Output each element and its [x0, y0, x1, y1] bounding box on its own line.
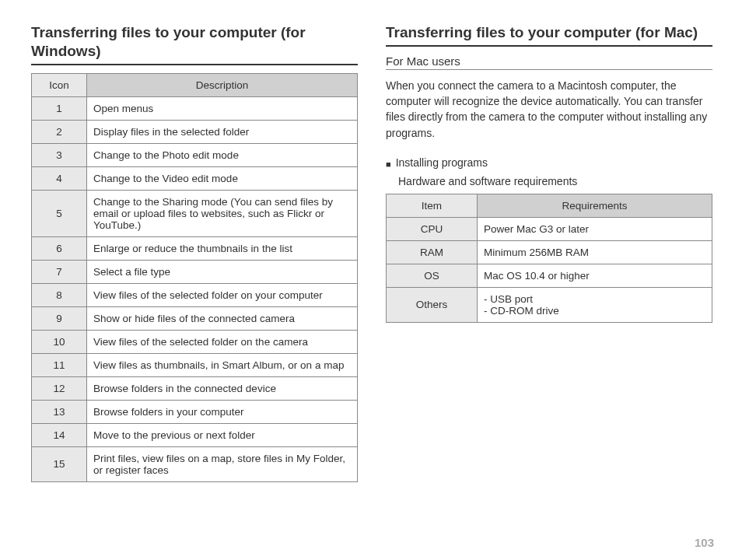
square-bullet-icon: ■	[386, 156, 391, 172]
column-mac: Transferring files to your computer (for…	[386, 23, 712, 482]
req-item: Others	[387, 287, 478, 322]
row-description: Open menus	[87, 96, 358, 120]
row-description: Browse folders in the connected device	[87, 376, 358, 400]
icon-table: Icon Description 1Open menus2Display fil…	[31, 73, 358, 482]
table-row: 10View files of the selected folder on t…	[32, 330, 358, 353]
table-row: 7Select a file type	[32, 260, 358, 283]
table-row: RAMMinimum 256MB RAM	[387, 240, 712, 264]
rule	[31, 64, 358, 65]
row-number: 7	[32, 260, 87, 283]
row-number: 8	[32, 283, 87, 306]
row-description: Move to the previous or next folder	[87, 423, 358, 446]
row-number: 1	[32, 96, 87, 120]
row-number: 14	[32, 423, 87, 446]
subheading-mac-users: For Mac users	[386, 54, 712, 70]
row-description: Show or hide files of the connected came…	[87, 306, 358, 330]
column-windows: Transferring files to your computer (for…	[31, 23, 358, 482]
row-description: Change to the Video edit mode	[87, 166, 358, 190]
req-item: CPU	[387, 217, 478, 240]
table-row: 11View files as thumbnails, in Smart Alb…	[32, 353, 358, 376]
heading-mac: Transferring files to your computer (for…	[386, 23, 712, 42]
table-row: CPUPower Mac G3 or later	[387, 217, 712, 240]
manual-page: Transferring files to your computer (for…	[0, 0, 742, 560]
row-description: Display files in the selected folder	[87, 120, 358, 143]
mac-body-text: When you connect the camera to a Macinto…	[386, 78, 712, 141]
th-requirements: Requirements	[478, 194, 712, 217]
install-subheading: Hardware and software requirements	[398, 175, 712, 187]
row-description: View files of the selected folder on you…	[87, 283, 358, 306]
row-number: 15	[32, 446, 87, 481]
row-number: 3	[32, 143, 87, 166]
table-row: 3Change to the Photo edit mode	[32, 143, 358, 166]
req-value: Minimum 256MB RAM	[478, 240, 712, 264]
row-description: Select a file type	[87, 260, 358, 283]
table-row: 15Print files, view files on a map, stor…	[32, 446, 358, 481]
table-row: 13Browse folders in your computer	[32, 400, 358, 423]
row-description: Change to the Sharing mode (You can send…	[87, 190, 358, 236]
row-number: 4	[32, 166, 87, 190]
table-row: 5Change to the Sharing mode (You can sen…	[32, 190, 358, 236]
table-row: OSMac OS 10.4 or higher	[387, 264, 712, 287]
table-row: 14Move to the previous or next folder	[32, 423, 358, 446]
heading-windows: Transferring files to your computer (for…	[31, 23, 358, 61]
row-number: 13	[32, 400, 87, 423]
table-row: 4Change to the Video edit mode	[32, 166, 358, 190]
row-number: 12	[32, 376, 87, 400]
req-item: RAM	[387, 240, 478, 264]
row-description: Enlarge or reduce the thumbnails in the …	[87, 236, 358, 260]
table-row: 6Enlarge or reduce the thumbnails in the…	[32, 236, 358, 260]
req-value: - USB port - CD-ROM drive	[478, 287, 712, 322]
req-item: OS	[387, 264, 478, 287]
req-value: Power Mac G3 or later	[478, 217, 712, 240]
page-number: 103	[695, 536, 714, 549]
row-number: 2	[32, 120, 87, 143]
row-number: 10	[32, 330, 87, 353]
row-number: 9	[32, 306, 87, 330]
install-heading-row: ■ Installing programs	[386, 156, 712, 172]
row-description: Browse folders in your computer	[87, 400, 358, 423]
row-number: 11	[32, 353, 87, 376]
row-number: 5	[32, 190, 87, 236]
install-heading: Installing programs	[396, 156, 488, 169]
req-value: Mac OS 10.4 or higher	[478, 264, 712, 287]
table-row: Others- USB port - CD-ROM drive	[387, 287, 712, 322]
table-row: 2Display files in the selected folder	[32, 120, 358, 143]
th-item: Item	[387, 194, 478, 217]
row-description: View files as thumbnails, in Smart Album…	[87, 353, 358, 376]
th-icon: Icon	[32, 73, 87, 96]
rule	[386, 45, 712, 47]
requirements-table: Item Requirements CPUPower Mac G3 or lat…	[386, 194, 712, 323]
table-row: 8View files of the selected folder on yo…	[32, 283, 358, 306]
row-description: Print files, view files on a map, store …	[87, 446, 358, 481]
row-number: 6	[32, 236, 87, 260]
table-row: 12Browse folders in the connected device	[32, 376, 358, 400]
row-description: Change to the Photo edit mode	[87, 143, 358, 166]
row-description: View files of the selected folder on the…	[87, 330, 358, 353]
table-row: 9Show or hide files of the connected cam…	[32, 306, 358, 330]
table-row: 1Open menus	[32, 96, 358, 120]
th-description: Description	[87, 73, 358, 96]
